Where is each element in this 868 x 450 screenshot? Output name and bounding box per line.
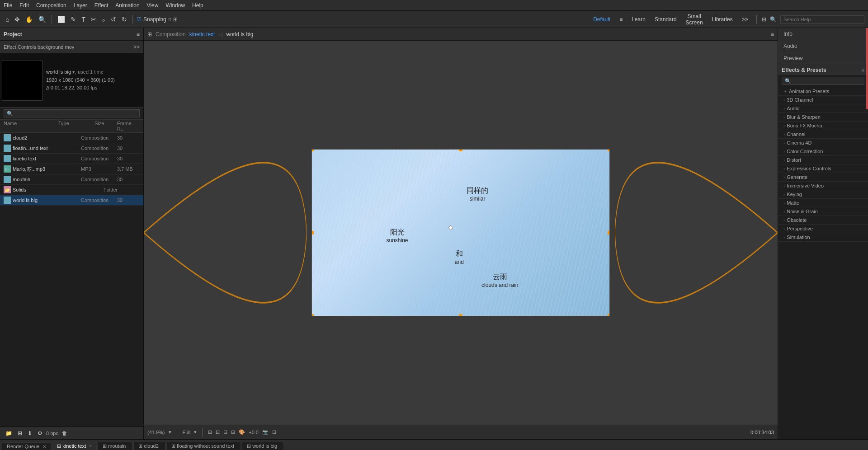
tool-rotate[interactable]: ↺ (109, 15, 118, 24)
effect-cinema4d[interactable]: › Cinema 4D (778, 139, 868, 147)
screen-control-icon[interactable]: ⊞ (762, 16, 766, 23)
quality-arrow[interactable]: ▾ (194, 429, 197, 435)
tab-info[interactable]: Info (778, 28, 868, 40)
new-comp-btn[interactable]: ⊞ (16, 429, 24, 437)
tab-kinetic-text[interactable]: kinetic text (189, 31, 215, 38)
toggle-color[interactable]: 🎨 (239, 429, 245, 435)
zoom-dropdown[interactable]: ▾ (169, 429, 171, 435)
toggle-guides[interactable]: ⊞ (231, 429, 235, 435)
snapshot-btn[interactable]: 📷 (262, 429, 269, 435)
settings-btn[interactable]: ⚙ (36, 429, 44, 437)
workspace-default[interactable]: Default (590, 15, 613, 23)
toggle-transparency[interactable]: ⊞ (208, 429, 212, 435)
effect-controls-expand[interactable]: >> (133, 44, 140, 50)
exposure-ctrl[interactable]: +0.0 (249, 430, 259, 435)
workspace-menu[interactable]: ≡ (617, 15, 625, 23)
list-item[interactable]: ▷ Mario,苏...mp3 MP3 3.7 MB (0, 164, 143, 174)
toggle-grid[interactable]: ⊟ (223, 429, 227, 435)
new-folder-btn[interactable]: 📁 (4, 429, 14, 437)
snapping-checkbox[interactable]: ☑ (137, 16, 142, 23)
tl-tab-render-queue[interactable]: Render Queue ✕ (2, 442, 51, 450)
composition-canvas[interactable]: 同样的 similar 阳光 sunshine 和 and 云雨 clouds … (311, 149, 610, 316)
tl-tab-world-is-big[interactable]: ⊞ world is big (242, 442, 284, 450)
tl-tab-close[interactable]: ≡ (89, 444, 92, 449)
tab-preview[interactable]: Preview (778, 52, 868, 65)
tl-tab-moutain[interactable]: ⊞ moutain (98, 442, 132, 450)
effect-generate[interactable]: › Generate (778, 173, 868, 182)
tool-home[interactable]: ⌂ (4, 15, 11, 24)
effect-obsolete[interactable]: › Obsolete (778, 216, 868, 225)
effect-boris-fx-mocha[interactable]: › Boris FX Mocha (778, 122, 868, 130)
effects-search-input[interactable] (782, 77, 864, 85)
effect-matte[interactable]: › Matte (778, 199, 868, 207)
menu-help[interactable]: Help (192, 2, 203, 9)
workspace-learn[interactable]: Learn (629, 15, 648, 23)
tl-tab-kinetic-text[interactable]: ⊞ kinetic text ≡ (52, 442, 97, 450)
tool-text[interactable]: T (80, 15, 87, 24)
list-item[interactable]: world is big Composition 30 (0, 195, 143, 206)
list-item[interactable]: kinetic text Composition 30 (0, 154, 143, 164)
tool-pen[interactable]: ✎ (69, 15, 78, 24)
tool-clone[interactable]: ✂ (89, 15, 98, 24)
effects-menu-icon[interactable]: ≡ (861, 67, 864, 73)
snapping-icon[interactable]: ⌗ (168, 16, 171, 23)
effect-expression-controls[interactable]: › Expression Controls (778, 164, 868, 173)
workspace-standard[interactable]: Standard (652, 15, 679, 23)
tab-world-is-big[interactable]: world is big (226, 31, 253, 38)
list-item[interactable]: cloud2 Composition 30 (0, 133, 143, 143)
menu-composition[interactable]: Composition (36, 2, 66, 9)
menu-file[interactable]: File (4, 2, 12, 9)
handle-mid-left[interactable] (311, 231, 314, 234)
search-help-input[interactable] (780, 15, 864, 23)
tool-puppet[interactable]: ↻ (120, 15, 129, 24)
handle-bottom-mid[interactable] (459, 314, 462, 316)
handle-top-left[interactable] (311, 149, 314, 151)
import-btn[interactable]: ⬇ (26, 429, 34, 437)
handle-top-mid[interactable] (459, 149, 462, 151)
effect-immersive-video[interactable]: › Immersive Video (778, 182, 868, 190)
list-item[interactable]: 📁 Solids Folder (0, 185, 143, 195)
tool-hand[interactable]: ✋ (24, 15, 35, 24)
project-menu-icon[interactable]: ≡ (137, 31, 140, 38)
tool-rect[interactable]: ⬜ (56, 15, 67, 24)
menu-window[interactable]: Window (165, 2, 185, 9)
delete-btn[interactable]: 🗑 (60, 429, 69, 437)
workspace-small-screen[interactable]: Small Screen (683, 12, 706, 27)
handle-bottom-right[interactable] (608, 314, 610, 316)
menu-effect[interactable]: Effect (94, 2, 108, 9)
show-snapshot[interactable]: ⊡ (272, 429, 276, 435)
effect-animation-presets[interactable]: ✦ Animation Presets (778, 87, 868, 96)
menu-edit[interactable]: Edit (19, 2, 29, 9)
list-item[interactable]: floatin...und text Composition 30 (0, 143, 143, 154)
comp-header-menu[interactable]: ≡ (771, 31, 774, 38)
effect-blur-sharpen[interactable]: › Blur & Sharpen (778, 113, 868, 122)
zoom-level[interactable]: (41.9%) (147, 430, 165, 435)
tl-tab-floating[interactable]: ⊞ floating without sound text (166, 442, 241, 450)
effect-audio[interactable]: › Audio (778, 104, 868, 113)
menu-layer[interactable]: Layer (74, 2, 87, 9)
effect-perspective[interactable]: › Perspective (778, 225, 868, 233)
effect-simulation[interactable]: › Simulation (778, 233, 868, 242)
tool-shape[interactable]: ⬦ (100, 15, 107, 24)
effect-color-correction[interactable]: › Color Correction (778, 147, 868, 156)
tl-tab-close[interactable]: ✕ (42, 444, 46, 449)
workspace-more[interactable]: >> (739, 15, 751, 23)
effect-keying[interactable]: › Keying (778, 190, 868, 199)
menu-view[interactable]: View (147, 2, 159, 9)
workspace-libraries[interactable]: Libraries (709, 15, 736, 23)
handle-top-right[interactable] (608, 149, 610, 151)
list-item[interactable]: moutain Composition 30 (0, 174, 143, 185)
tl-tab-cloud2[interactable]: ⊞ cloud2 (133, 442, 165, 450)
toggle-regions[interactable]: ⊡ (216, 429, 220, 435)
effect-channel[interactable]: › Channel (778, 130, 868, 139)
quality-dropdown[interactable]: Full (183, 430, 191, 435)
tool-zoom[interactable]: 🔍 (37, 15, 48, 24)
handle-mid-right[interactable] (608, 231, 610, 234)
handle-bottom-left[interactable] (311, 314, 314, 316)
grid-icon[interactable]: ⊞ (173, 16, 178, 23)
effect-3d-channel[interactable]: › 3D Channel (778, 96, 868, 104)
tab-audio[interactable]: Audio (778, 40, 868, 52)
project-search-input[interactable] (4, 109, 140, 117)
effect-distort[interactable]: › Distort (778, 156, 868, 164)
effect-noise-grain[interactable]: › Noise & Grain (778, 207, 868, 216)
